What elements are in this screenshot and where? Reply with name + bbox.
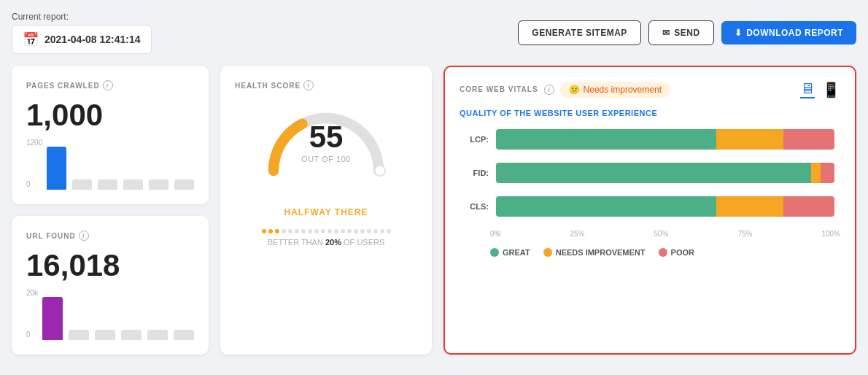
cwv-badge-emoji: 😕 [569, 85, 580, 95]
url-found-label: URL FOUND i [26, 231, 194, 241]
gauge-dot [268, 229, 273, 233]
cwv-info-icon[interactable]: i [544, 85, 554, 95]
gauge-dot [328, 229, 332, 233]
cls-needs-bar [716, 196, 784, 217]
gauge-dot [282, 229, 286, 233]
download-report-button[interactable]: DOWNLOAD REPORT [721, 21, 856, 45]
url-found-y-axis: 20k 0 [26, 289, 38, 340]
legend-poor: POOR [659, 248, 694, 257]
url-found-bars [42, 289, 194, 340]
gauge-bottom-text: BETTER THAN 20% OF USERS [235, 238, 417, 247]
gauge-dot [360, 229, 365, 233]
gauge-dot [308, 229, 312, 233]
download-icon [735, 28, 743, 38]
cls-label: CLS: [465, 202, 489, 211]
gauge-dot [347, 229, 352, 233]
cls-bars [496, 196, 834, 217]
mini-bar [147, 330, 168, 340]
cwv-header: CORE WEB VITALS i 😕 Needs improvement 🖥 … [460, 80, 840, 98]
cwv-device-icons: 🖥 📱 [800, 80, 840, 98]
mini-bar [123, 179, 143, 190]
svg-point-0 [375, 166, 385, 176]
gauge-dot [314, 229, 319, 233]
gauge-dot [321, 229, 325, 233]
report-info: Current report: 📅 2021-04-08 12:41:14 [12, 12, 152, 54]
fid-poor-bar [821, 163, 834, 183]
pages-crawled-bars [47, 139, 194, 190]
mini-bar [47, 147, 66, 190]
legend-needs-dot [543, 248, 552, 257]
cwv-badge-text: Needs improvement [584, 85, 662, 95]
pages-crawled-label: PAGES CRAWLED i [26, 80, 194, 90]
mini-bar [42, 297, 63, 341]
gauge-dot [373, 229, 378, 233]
desktop-icon[interactable]: 🖥 [800, 80, 815, 98]
lcp-bars [496, 129, 834, 150]
url-found-info-icon[interactable]: i [79, 231, 89, 241]
legend-needs: NEEDS IMPROVEMENT [543, 248, 646, 257]
lcp-label: LCP: [465, 135, 489, 144]
send-button[interactable]: SEND [648, 20, 714, 45]
core-web-vitals-card: CORE WEB VITALS i 😕 Needs improvement 🖥 … [443, 66, 856, 355]
left-column: PAGES CRAWLED i 1,000 1200 0 URL FOUND i… [12, 66, 209, 355]
gauge-dot [334, 229, 338, 233]
mini-bar [174, 330, 194, 340]
mobile-icon[interactable]: 📱 [822, 81, 840, 98]
url-found-value: 16,018 [26, 248, 194, 283]
gauge-dot [262, 229, 266, 233]
fid-bars [496, 163, 834, 183]
cwv-title: CORE WEB VITALS [460, 85, 538, 93]
health-score-card: HEALTH SCORE i 55 OUT OF 100 HALFWAY THE… [220, 66, 432, 355]
mini-bar [98, 179, 117, 190]
generate-sitemap-button[interactable]: GENERATE SITEMAP [518, 20, 640, 45]
x-axis-labels: 0% 25% 50% 75% 100% [490, 230, 840, 238]
mini-bar [121, 330, 142, 340]
lcp-needs-bar [716, 129, 784, 150]
gauge-dot [275, 229, 279, 233]
gauge-dot [380, 229, 384, 233]
report-date-value: 2021-04-08 12:41:14 [44, 34, 141, 45]
health-score-label: HEALTH SCORE i [235, 80, 417, 90]
legend-great-dot [490, 248, 499, 257]
envelope-icon [662, 28, 670, 38]
cls-row: CLS: [465, 196, 834, 217]
cards-row: PAGES CRAWLED i 1,000 1200 0 URL FOUND i… [12, 66, 856, 355]
fid-needs-bar [811, 163, 821, 183]
cwv-title-row: CORE WEB VITALS i 😕 Needs improvement [460, 82, 670, 98]
cwv-legend: GREAT NEEDS IMPROVEMENT POOR [490, 248, 840, 257]
gauge-dot [295, 229, 299, 233]
mini-bar [69, 330, 89, 340]
fid-row: FID: [465, 163, 834, 183]
gauge-dot [354, 229, 358, 233]
gauge-dot [341, 229, 345, 233]
url-found-chart: 20k 0 [26, 289, 194, 340]
fid-great-bar [496, 163, 811, 183]
cwv-quality-title: QUALITY OF THE WEBSITE USER EXPERIENCE [460, 109, 840, 117]
cls-poor-bar [783, 196, 834, 217]
health-score-info-icon[interactable]: i [303, 80, 314, 90]
gauge-dot [288, 229, 292, 233]
mini-bar [95, 330, 115, 340]
pages-crawled-value: 1,000 [26, 98, 194, 133]
vitals-chart: LCP: FID: CLS: [460, 129, 840, 217]
url-found-card: URL FOUND i 16,018 20k 0 [12, 216, 209, 355]
cwv-badge: 😕 Needs improvement [560, 82, 670, 98]
pages-crawled-info-icon[interactable]: i [103, 80, 113, 90]
calendar-icon: 📅 [23, 31, 39, 47]
gauge-dot [301, 229, 306, 233]
mini-bar [72, 179, 92, 190]
pages-crawled-chart: 1200 0 [26, 139, 194, 190]
current-report-label: Current report: [12, 12, 152, 22]
gauge-status: HALFWAY THERE [235, 207, 417, 217]
cls-great-bar [496, 196, 716, 217]
gauge-dot [387, 229, 391, 233]
top-actions: GENERATE SITEMAP SEND DOWNLOAD REPORT [518, 20, 856, 45]
fid-label: FID: [465, 169, 489, 177]
pages-crawled-y-axis: 1200 0 [26, 139, 42, 190]
gauge-dot [367, 229, 371, 233]
lcp-poor-bar [783, 129, 834, 150]
mini-bar [149, 179, 168, 190]
legend-poor-dot [659, 248, 667, 257]
legend-great: GREAT [490, 248, 530, 257]
gauge-dots [235, 229, 417, 233]
